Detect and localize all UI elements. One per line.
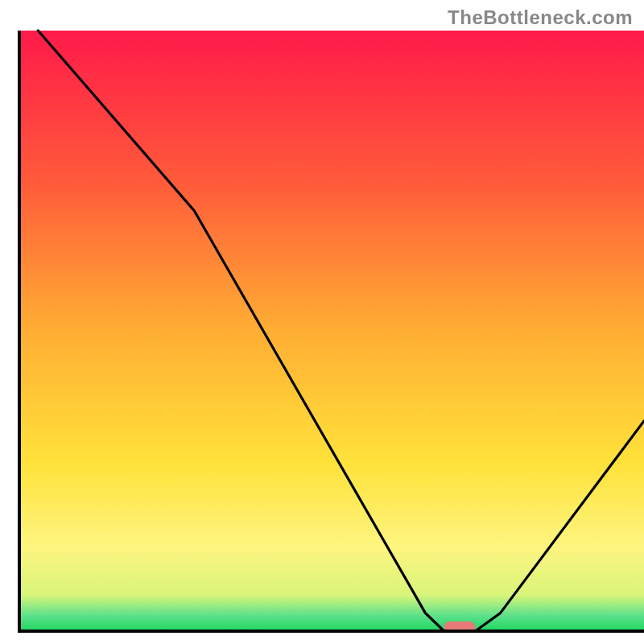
chart-canvas: [0, 0, 644, 644]
gradient-background: [19, 31, 644, 631]
bottleneck-chart: TheBottleneck.com: [0, 0, 644, 644]
watermark-text: TheBottleneck.com: [448, 6, 633, 29]
